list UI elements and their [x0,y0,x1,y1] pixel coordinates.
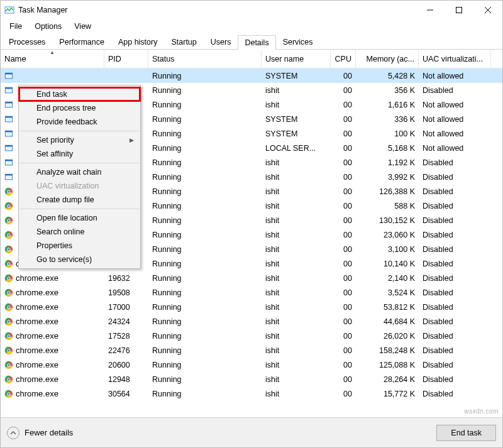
col-mem[interactable]: Memory (ac... [356,50,419,68]
tab-details[interactable]: Details [238,35,275,50]
table-row[interactable]: chrome.exe20600Runningishit00125,088 KDi… [1,358,502,372]
context-menu: End taskEnd process treeProvide feedback… [18,85,141,269]
tab-performance[interactable]: Performance [52,35,111,49]
close-button[interactable] [473,1,502,19]
ctx-open-file-location[interactable]: Open file location [19,211,140,225]
tab-users[interactable]: Users [204,35,238,49]
table-row[interactable]: chrome.exe12948Runningishit0028,264 KDis… [1,372,502,386]
menu-separator [19,209,140,209]
table-row[interactable]: chrome.exe30564Runningishit0015,772 KDis… [1,386,502,401]
svg-point-42 [8,334,11,337]
table-row[interactable]: chrome.exe24324Runningishit0044,684 KDis… [1,314,502,329]
fewer-details-button[interactable]: Fewer details [7,427,73,439]
table-row[interactable]: chrome.exe17528Runningishit0026,020 KDis… [1,329,502,343]
svg-rect-10 [5,102,12,103]
svg-point-36 [8,291,11,294]
col-cpu[interactable]: CPU [331,50,356,68]
menu-file[interactable]: File [3,21,28,32]
svg-rect-12 [5,116,12,117]
ctx-properties[interactable]: Properties [19,239,140,253]
svg-point-26 [8,219,11,222]
svg-point-48 [8,378,11,381]
svg-point-32 [8,262,11,265]
svg-rect-18 [5,160,12,161]
tab-strip: ProcessesPerformanceApp historyStartupUs… [1,33,502,50]
maximize-button[interactable] [445,1,473,19]
menu-view[interactable]: View [68,21,97,32]
column-headers: Name▲ PID Status User name CPU Memory (a… [1,50,502,68]
ctx-create-dump-file[interactable]: Create dump file [19,193,140,207]
svg-point-46 [8,363,11,366]
tab-startup[interactable]: Startup [164,35,203,49]
footer-bar: Fewer details End task [1,417,502,447]
tab-app-history[interactable]: App history [111,35,165,49]
ctx-uac-virtualization: UAC virtualization [19,179,140,193]
ctx-analyze-wait-chain[interactable]: Analyze wait chain [19,165,140,179]
table-row[interactable]: chrome.exe19508Runningishit003,524 KDisa… [1,285,502,300]
ctx-end-process-tree[interactable]: End process tree [19,101,140,115]
col-uac[interactable]: UAC virtualizati... [419,50,491,68]
col-status[interactable]: Status [148,50,262,68]
svg-point-44 [8,349,11,352]
svg-point-30 [8,248,11,251]
svg-point-34 [8,276,11,280]
watermark: wsxdn.com [464,408,499,415]
svg-rect-2 [456,8,462,13]
ctx-set-priority[interactable]: Set priority▶ [19,133,140,147]
ctx-provide-feedback[interactable]: Provide feedback [19,115,140,129]
menu-bar: FileOptionsView [1,19,502,33]
svg-point-24 [8,204,11,207]
table-row[interactable]: RunningSYSTEM005,428 KNot allowed [1,68,502,83]
svg-rect-20 [5,174,12,175]
table-row[interactable]: chrome.exe19632Runningishit002,140 KDisa… [1,271,502,285]
ctx-go-to-service-s-[interactable]: Go to service(s) [19,253,140,266]
sort-asc-icon: ▲ [50,50,55,55]
svg-rect-6 [5,73,12,74]
svg-point-38 [8,305,11,309]
col-user[interactable]: User name [262,50,331,68]
chevron-up-icon [7,427,19,439]
svg-rect-8 [5,87,12,89]
svg-point-28 [8,233,11,236]
ctx-set-affinity[interactable]: Set affinity [19,147,140,161]
table-row[interactable]: chrome.exe22476Runningishit00158,248 KDi… [1,343,502,358]
fewer-details-label: Fewer details [25,428,73,437]
taskmgr-icon [4,5,14,15]
chevron-right-icon: ▶ [130,137,134,143]
svg-rect-14 [5,131,12,132]
ctx-end-task[interactable]: End task [19,87,140,101]
title-bar: Task Manager [1,1,502,19]
svg-point-40 [8,320,11,323]
table-row[interactable]: chrome.exe17000Runningishit0053,812 KDis… [1,300,502,314]
col-pid[interactable]: PID [104,50,148,68]
col-name[interactable]: Name▲ [1,50,104,68]
menu-separator [19,131,140,131]
svg-rect-16 [5,145,12,146]
ctx-search-online[interactable]: Search online [19,225,140,239]
end-task-button[interactable]: End task [436,425,496,441]
menu-separator [19,163,140,163]
svg-point-22 [8,190,11,193]
menu-options[interactable]: Options [28,21,68,32]
window-title: Task Manager [18,6,416,14]
tab-services[interactable]: Services [276,35,320,49]
svg-point-50 [8,392,11,395]
minimize-button[interactable] [416,1,445,19]
tab-processes[interactable]: Processes [2,35,52,49]
